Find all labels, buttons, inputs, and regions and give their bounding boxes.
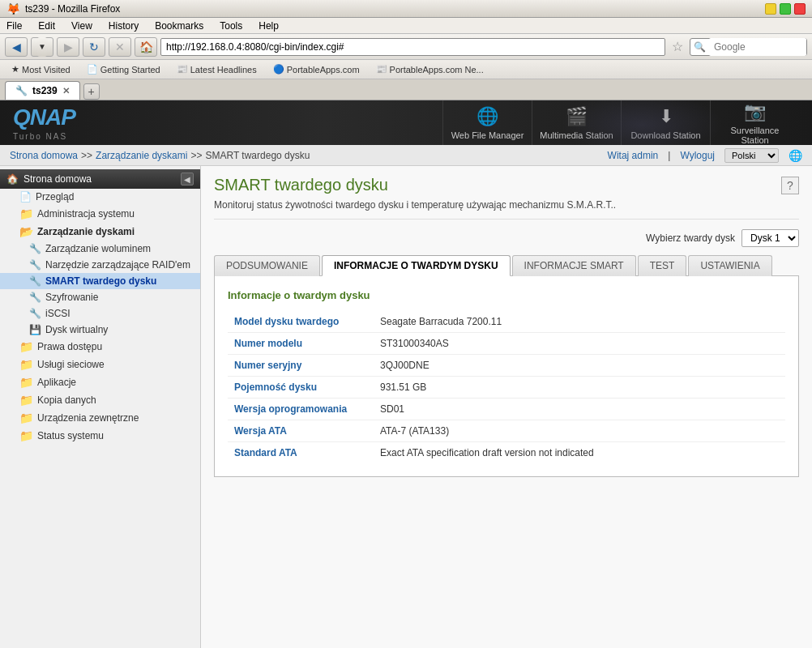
sidebar-item-volume-mgmt[interactable]: 🔧 Zarządzanie woluminem	[0, 241, 200, 257]
info-section-title: Informacje o twardym dysku	[228, 289, 785, 301]
breadcrumb-logout[interactable]: Wyloguj	[680, 150, 715, 161]
breadcrumb-home[interactable]: Strona domowa	[10, 150, 78, 161]
back-button[interactable]: ◀	[5, 37, 28, 57]
row-value-model: Seagate Barracuda 7200.11	[374, 311, 785, 333]
sidebar-item-backup[interactable]: 📁 Kopia danych	[0, 391, 200, 409]
table-row: Model dysku twardego Seagate Barracuda 7…	[228, 311, 785, 333]
breadcrumb-user[interactable]: Witaj admin	[608, 150, 659, 161]
raid-icon: 🔧	[29, 259, 41, 271]
smart-icon: 🔧	[29, 275, 41, 287]
table-row: Numer modelu ST31000340AS	[228, 333, 785, 355]
breadcrumb-disk-mgmt[interactable]: Zarządzanie dyskami	[96, 150, 187, 161]
qnap-logo: QNAP	[13, 104, 75, 130]
browser-menubar: File Edit View History Bookmarks Tools H…	[0, 18, 812, 34]
qnap-subtitle: Turbo NAS	[13, 132, 75, 141]
sidebar-item-external[interactable]: 📁 Urządzenia zewnętrzne	[0, 409, 200, 427]
status-folder-icon: 📁	[19, 429, 33, 442]
page-title: SMART twardego dysku	[214, 176, 388, 194]
new-tab-button[interactable]: +	[83, 83, 100, 100]
header-app-surveillance-station[interactable]: 📷 Surveillance Station	[710, 100, 799, 145]
sidebar-item-encryption[interactable]: 🔧 Szyfrowanie	[0, 289, 200, 305]
page-help-button[interactable]: ?	[781, 177, 799, 194]
network-folder-icon: 📁	[19, 358, 33, 371]
tab-info-dysk[interactable]: INFORMACJE O TWARDYM DYSKU	[322, 255, 511, 276]
tab-close-button[interactable]: ✕	[62, 86, 70, 96]
bookmark-portableapps[interactable]: 🔵 PortableApps.com	[267, 62, 366, 76]
menu-tools[interactable]: Tools	[216, 19, 246, 33]
sidebar-item-smart[interactable]: 🔧 SMART twardego dysku	[0, 273, 200, 289]
breadcrumb: Strona domowa >> Zarządzanie dyskami >> …	[10, 150, 310, 161]
sidebar-item-apps[interactable]: 📁 Aplikacje	[0, 373, 200, 391]
header-app-multimedia-station[interactable]: 🎬 Multimedia Station	[532, 100, 621, 145]
volume-mgmt-icon: 🔧	[29, 243, 41, 254]
table-row: Numer seryjny 3QJ00DNE	[228, 355, 785, 377]
breadcrumb-right: Witaj admin | Wyloguj Polski English 🌐	[608, 148, 802, 163]
menu-help[interactable]: Help	[255, 19, 282, 33]
admin-folder-icon: 📁	[19, 207, 33, 220]
browser-favicon: 🦊	[6, 2, 20, 15]
close-button[interactable]	[794, 3, 806, 15]
address-bar[interactable]	[160, 38, 665, 56]
language-select[interactable]: Polski English	[724, 148, 779, 163]
sidebar-header: 🏠 Strona domowa ◀	[0, 169, 200, 189]
maximize-button[interactable]	[780, 3, 791, 15]
backup-folder-icon: 📁	[19, 394, 33, 407]
row-label-capacity: Pojemność dysku	[228, 377, 374, 399]
tab-test[interactable]: TEST	[638, 255, 687, 276]
menu-file[interactable]: File	[3, 19, 25, 33]
menu-history[interactable]: History	[105, 19, 142, 33]
sidebar-item-disk-mgmt[interactable]: 📂 Zarządzanie dyskami	[0, 223, 200, 241]
table-row: Wersja oprogramowania SD01	[228, 399, 785, 420]
tab-info-smart[interactable]: INFORMACJE SMART	[512, 255, 636, 276]
sidebar-item-overview[interactable]: 📄 Przegląd	[0, 189, 200, 205]
sidebar-item-raid[interactable]: 🔧 Narzędzie zarządzające RAID'em	[0, 257, 200, 273]
disk-selector[interactable]: Dysk 1	[741, 229, 799, 247]
content-tabs: PODSUMOWANIE INFORMACJE O TWARDYM DYSKU …	[214, 255, 799, 276]
iscsi-icon: 🔧	[29, 308, 41, 319]
tab-podsumowanie[interactable]: PODSUMOWANIE	[214, 255, 320, 276]
bookmark-headlines[interactable]: 📰 Latest Headlines	[170, 62, 263, 76]
minimize-button[interactable]	[765, 3, 776, 15]
sidebar-collapse-button[interactable]: ◀	[181, 173, 194, 185]
surveillance-station-icon: 📷	[744, 101, 766, 122]
disk-selector-row: Wybierz twardy dysk Dysk 1	[214, 229, 799, 247]
multimedia-station-icon: 🎬	[566, 106, 588, 127]
browser-title: ts239 - Mozilla Firefox	[25, 3, 120, 15]
stop-button[interactable]: ✕	[109, 37, 131, 57]
back-dropdown[interactable]: ▼	[37, 37, 47, 57]
table-row: Pojemność dysku 931.51 GB	[228, 377, 785, 399]
browser-tab-ts239[interactable]: 🔧 ts239 ✕	[5, 81, 80, 100]
bookmark-getting-started[interactable]: 📄 Getting Started	[80, 62, 167, 76]
tab-favicon: 🔧	[15, 85, 28, 96]
menu-bookmarks[interactable]: Bookmarks	[152, 19, 207, 33]
bookmark-star[interactable]: ☆	[669, 39, 686, 54]
sidebar-item-status[interactable]: 📁 Status systemu	[0, 427, 200, 445]
search-input[interactable]	[709, 38, 806, 56]
tab-bar: 🔧 ts239 ✕ +	[0, 79, 812, 100]
home-button[interactable]: 🏠	[135, 37, 157, 57]
sidebar-item-network[interactable]: 📁 Usługi sieciowe	[0, 356, 200, 373]
tab-ustawienia[interactable]: USTAWIENIA	[688, 255, 771, 276]
app-container: QNAP Turbo NAS 🌐 Web File Manager 🎬 Mult…	[0, 100, 812, 648]
external-folder-icon: 📁	[19, 411, 33, 424]
reload-button[interactable]: ↻	[83, 37, 105, 57]
bookmark-most-visited[interactable]: ★ Most Visited	[5, 62, 77, 76]
disk-selector-label: Wybierz twardy dysk	[646, 232, 735, 244]
home-icon: 🏠	[6, 173, 19, 185]
sidebar-item-access[interactable]: 📁 Prawa dostępu	[0, 338, 200, 356]
header-app-download-station[interactable]: ⬇ Download Station	[621, 100, 710, 145]
sidebar-item-admin[interactable]: 📁 Administracja systemu	[0, 205, 200, 223]
lang-globe-icon: 🌐	[788, 149, 802, 162]
menu-edit[interactable]: Edit	[35, 19, 58, 33]
sidebar: 🏠 Strona domowa ◀ 📄 Przegląd 📁 Administr…	[0, 166, 201, 648]
sidebar-item-iscsi[interactable]: 🔧 iSCSI	[0, 305, 200, 322]
download-station-icon: ⬇	[659, 106, 673, 127]
menu-view[interactable]: View	[68, 19, 96, 33]
header-app-web-file-manager[interactable]: 🌐 Web File Manager	[442, 100, 532, 145]
getting-started-icon: 📄	[87, 64, 98, 75]
row-value-ata-version: ATA-7 (ATA133)	[374, 420, 785, 442]
bookmark-portableapps2[interactable]: 📰 PortableApps.com Ne...	[370, 62, 490, 76]
content-panel: Informacje o twardym dysku Model dysku t…	[214, 275, 799, 477]
sidebar-item-virtual-disk[interactable]: 💾 Dysk wirtualny	[0, 322, 200, 338]
forward-button[interactable]: ▶	[57, 37, 79, 57]
